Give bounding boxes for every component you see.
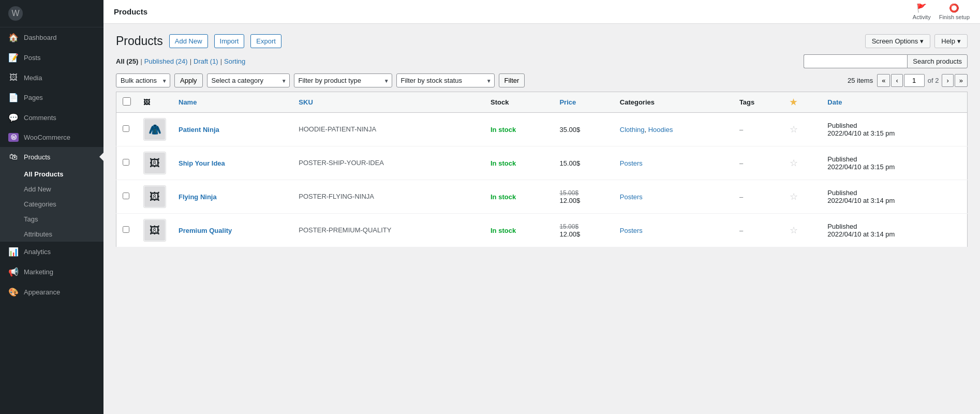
- filter-all-link[interactable]: All (25): [116, 57, 138, 65]
- sku-sort-link[interactable]: SKU: [299, 98, 313, 106]
- product-stock-status: In stock: [491, 227, 516, 234]
- category-link[interactable]: Posters: [620, 227, 643, 234]
- category-link[interactable]: Hoodies: [648, 126, 673, 134]
- filter-links: All (25) | Published (24) | Draft (1) | …: [116, 57, 245, 65]
- category-link[interactable]: Clothing: [620, 126, 645, 134]
- activity-button[interactable]: 🚩 Activity: [913, 3, 931, 20]
- sidebar-item-dashboard[interactable]: 🏠 Dashboard: [0, 27, 103, 48]
- product-date-value: 2022/04/10 at 3:15 pm: [827, 129, 895, 137]
- price-sort-link[interactable]: Price: [559, 98, 576, 106]
- row-stock-cell: In stock: [484, 146, 553, 180]
- sidebar-item-label: Products: [24, 153, 50, 161]
- product-tags: –: [739, 227, 743, 234]
- sidebar-subitem-attributes[interactable]: Attributes: [0, 227, 103, 242]
- products-tbody: 🧥 Patient Ninja HOODIE-PATIENT-NINJA In …: [116, 113, 968, 247]
- date-sort-link[interactable]: Date: [827, 98, 842, 106]
- prev-page-button[interactable]: ‹: [891, 74, 902, 87]
- product-thumbnail: 🖼: [143, 152, 166, 174]
- filter-sorting-link[interactable]: Sorting: [224, 57, 245, 65]
- header-date-col: Date: [821, 92, 967, 113]
- row-checkbox[interactable]: [123, 125, 129, 132]
- row-date-cell: Published 2022/04/10 at 3:15 pm: [821, 146, 967, 180]
- bulk-actions-select[interactable]: Bulk actions: [116, 73, 170, 87]
- product-name-link[interactable]: Patient Ninja: [179, 126, 219, 134]
- featured-star-button[interactable]: ☆: [790, 225, 798, 235]
- last-page-button[interactable]: »: [955, 74, 968, 87]
- page-header-left: Products Add New Import Export: [116, 34, 281, 48]
- select-all-checkbox[interactable]: [123, 97, 131, 106]
- product-name-link[interactable]: Ship Your Idea: [179, 159, 225, 167]
- filter-button[interactable]: Filter: [499, 73, 525, 87]
- name-sort-link[interactable]: Name: [179, 98, 197, 106]
- row-stock-cell: In stock: [484, 214, 553, 247]
- sidebar-item-woocommerce[interactable]: Ⓦ WooCommerce: [0, 128, 103, 147]
- activity-icon: 🚩: [916, 3, 927, 13]
- export-button[interactable]: Export: [250, 34, 281, 48]
- row-checkbox[interactable]: [123, 159, 129, 166]
- featured-star-button[interactable]: ☆: [790, 124, 798, 135]
- products-table: 🖼 Name SKU Stock Price Catego: [116, 92, 968, 247]
- apply-button[interactable]: Apply: [174, 73, 203, 87]
- product-name-link[interactable]: Flying Ninja: [179, 193, 217, 201]
- sidebar-item-appearance[interactable]: 🎨 Appearance: [0, 282, 103, 302]
- category-filter-select[interactable]: Select a category: [207, 73, 290, 87]
- row-sku-cell: POSTER-SHIP-YOUR-IDEA: [292, 146, 484, 180]
- page-number-input[interactable]: [904, 74, 925, 87]
- toolbar: Bulk actions ▾ Apply Select a category ▾…: [116, 73, 968, 87]
- sidebar-item-media[interactable]: 🖼 Media: [0, 68, 103, 87]
- sidebar-item-analytics[interactable]: 📊 Analytics: [0, 242, 103, 262]
- sidebar: W 🏠 Dashboard 📝 Posts 🖼 Media 📄 Pages 💬 …: [0, 0, 103, 414]
- sidebar-item-pages[interactable]: 📄 Pages: [0, 87, 103, 108]
- row-name-cell: Patient Ninja: [172, 113, 292, 146]
- sidebar-subitem-categories[interactable]: Categories: [0, 197, 103, 212]
- header-checkbox-col: [116, 92, 138, 113]
- product-date-status: Published: [827, 189, 857, 197]
- product-stock-status: In stock: [491, 159, 516, 167]
- featured-star-button[interactable]: ☆: [790, 191, 798, 202]
- product-name-link[interactable]: Premium Quality: [179, 227, 232, 234]
- row-date-cell: Published 2022/04/10 at 3:15 pm: [821, 113, 967, 146]
- product-date-status: Published: [827, 223, 857, 230]
- sidebar-logo: W: [0, 0, 103, 27]
- header-stock-col: Stock: [484, 92, 553, 113]
- sidebar-item-marketing[interactable]: 📢 Marketing: [0, 262, 103, 282]
- sidebar-item-label: WooCommerce: [24, 134, 70, 141]
- row-price-cell: 35.00$: [553, 113, 613, 146]
- stock-filter-select[interactable]: Filter by stock status: [396, 73, 495, 87]
- category-link[interactable]: Posters: [620, 159, 643, 167]
- products-submenu: All Products Add New Categories Tags Att…: [0, 167, 103, 242]
- next-page-button[interactable]: ›: [942, 74, 953, 87]
- category-link[interactable]: Posters: [620, 193, 643, 201]
- sidebar-item-comments[interactable]: 💬 Comments: [0, 108, 103, 128]
- header-sku-col: SKU: [292, 92, 484, 113]
- import-button[interactable]: Import: [214, 34, 245, 48]
- row-checkbox[interactable]: [123, 193, 129, 199]
- search-input[interactable]: [804, 54, 907, 68]
- featured-star-button[interactable]: ☆: [790, 158, 798, 168]
- filter-draft-link[interactable]: Draft (1): [194, 57, 218, 65]
- row-categories-cell: Posters: [614, 146, 733, 180]
- sidebar-item-posts[interactable]: 📝 Posts: [0, 48, 103, 68]
- row-featured-cell: ☆: [783, 180, 821, 214]
- help-button[interactable]: Help ▾: [934, 34, 968, 48]
- product-tags: –: [739, 159, 743, 167]
- product-thumbnail: 🖼: [143, 219, 166, 242]
- search-products-button[interactable]: Search products: [907, 54, 968, 68]
- screen-options-button[interactable]: Screen Options ▾: [865, 34, 931, 48]
- product-type-filter-wrapper: Filter by product type ▾: [294, 73, 392, 87]
- sidebar-subitem-add-new[interactable]: Add New: [0, 182, 103, 197]
- product-sku: HOODIE-PATIENT-NINJA: [299, 125, 376, 133]
- topbar-title: Products: [114, 7, 147, 16]
- filter-published-link[interactable]: Published (24): [144, 57, 188, 65]
- category-filter-wrapper: Select a category ▾: [207, 73, 290, 87]
- sidebar-subitem-tags[interactable]: Tags: [0, 212, 103, 227]
- row-checkbox[interactable]: [123, 226, 129, 233]
- sidebar-item-products[interactable]: 🛍 Products: [0, 147, 103, 167]
- posts-icon: 📝: [8, 53, 19, 63]
- product-price: 12.00$: [559, 197, 607, 204]
- finish-setup-button[interactable]: ⭕ Finish setup: [939, 3, 970, 20]
- first-page-button[interactable]: «: [877, 74, 890, 87]
- add-new-button[interactable]: Add New: [169, 34, 208, 48]
- product-type-filter-select[interactable]: Filter by product type: [294, 73, 392, 87]
- sidebar-subitem-all-products[interactable]: All Products: [0, 167, 103, 182]
